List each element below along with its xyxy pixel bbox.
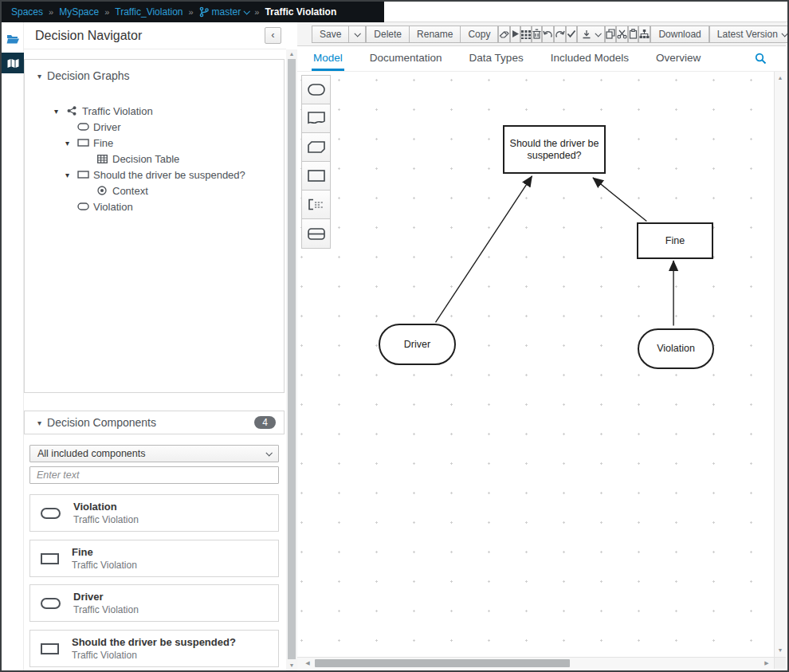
tab-included-models[interactable]: Included Models: [549, 46, 630, 71]
palette-knowledge-source[interactable]: [302, 104, 330, 133]
tree-item-violation[interactable]: ▾ Violation: [25, 198, 284, 214]
palette-business-knowledge-model[interactable]: [302, 133, 330, 162]
tree-item-fine[interactable]: ▾ Fine: [25, 135, 284, 151]
check-icon: [567, 29, 576, 38]
tab-documentation[interactable]: Documentation: [368, 46, 444, 71]
version-select-button[interactable]: Latest Version: [709, 26, 789, 43]
breadcrumb: Spaces » MySpace » Traffic_Violation » m…: [2, 2, 384, 22]
breadcrumb-myspace[interactable]: MySpace: [59, 6, 99, 18]
cut-button[interactable]: [616, 26, 628, 43]
decision-icon: [308, 170, 325, 182]
component-card-driver[interactable]: Driver Traffic Violation: [29, 584, 279, 622]
tree-item-suspended[interactable]: ▾ Should the driver be suspended?: [25, 167, 284, 183]
decision-icon: [41, 643, 59, 654]
breadcrumb-separator: »: [49, 7, 53, 17]
input-data-icon: [41, 508, 61, 519]
save-button[interactable]: Save: [312, 26, 349, 43]
decision-graphs-tree: ▾ Traffic Violation ▾ Driver ▾ Fine Deci…: [25, 103, 284, 214]
input-node-violation[interactable]: Violation: [638, 328, 714, 369]
text-annotation-icon: [308, 198, 325, 210]
rename-button[interactable]: Rename: [410, 26, 461, 43]
decision-graphs-section-toggle[interactable]: ▾ Decision Graphs: [25, 69, 284, 82]
redo-button[interactable]: [554, 26, 566, 43]
decision-navigator-panel: Decision Navigator ‹ ▾ Decision Graphs ▾…: [24, 22, 286, 670]
tab-data-types[interactable]: Data Types: [468, 46, 525, 71]
caret-down-icon[interactable]: ▾: [62, 139, 73, 147]
decision-icon: [77, 171, 89, 179]
decision-node-fine[interactable]: Fine: [637, 222, 713, 259]
delete-button[interactable]: Delete: [366, 26, 410, 43]
breadcrumb-project[interactable]: Traffic_Violation: [115, 6, 183, 18]
tree-item-decision-table[interactable]: Decision Table: [25, 151, 284, 167]
canvas-horizontal-scrollbar[interactable]: ◀ ▶: [297, 657, 774, 669]
tree-item-traffic-violation[interactable]: ▾ Traffic Violation: [25, 103, 284, 119]
palette-decision-service[interactable]: [302, 219, 330, 248]
validate-run-button[interactable]: [510, 26, 520, 43]
search-icon: [755, 53, 767, 65]
tree-item-driver[interactable]: ▾ Driver: [25, 119, 284, 135]
eraser-icon: [499, 29, 509, 39]
decision-components-section-toggle[interactable]: ▾ Decision Components: [37, 416, 156, 429]
export-menu-button[interactable]: [577, 26, 605, 43]
decision-navigator-dock-item[interactable]: [2, 53, 24, 73]
cut-icon: [617, 29, 627, 39]
tab-model[interactable]: Model: [312, 46, 344, 71]
undo-icon: [543, 29, 553, 39]
trash-icon: [532, 29, 541, 39]
palette-text-annotation[interactable]: [302, 191, 330, 219]
palette-input-data[interactable]: [302, 76, 330, 104]
scroll-down-icon[interactable]: ▼: [286, 661, 297, 670]
chevron-down-icon: [781, 30, 787, 37]
save-menu-button[interactable]: [349, 26, 366, 43]
project-explorer-dock-item[interactable]: [2, 29, 24, 49]
scrollbar-thumb[interactable]: [288, 59, 296, 659]
input-data-icon: [77, 202, 89, 210]
dmn-canvas[interactable]: Should the driver be suspended? Fine Dri…: [297, 72, 774, 657]
download-button[interactable]: Download: [650, 26, 709, 43]
tab-overview[interactable]: Overview: [654, 46, 702, 71]
component-card-suspended[interactable]: Should the driver be suspended? Traffic …: [29, 630, 279, 667]
scroll-up-icon[interactable]: ▲: [775, 73, 786, 83]
preview-grid-button[interactable]: [520, 26, 532, 43]
panel-scrollbar[interactable]: ▲ ▼: [286, 49, 297, 670]
clear-canvas-button[interactable]: [498, 26, 510, 43]
perform-automatic-layout-button[interactable]: [638, 26, 650, 43]
paste-button[interactable]: [628, 26, 638, 43]
canvas-vertical-scrollbar[interactable]: ▲ ▼: [774, 72, 786, 657]
search-button[interactable]: [755, 53, 767, 65]
collapse-panel-button[interactable]: ‹: [265, 27, 281, 44]
redo-icon: [555, 29, 565, 39]
scroll-right-icon[interactable]: ▶: [761, 658, 772, 669]
scroll-up-icon[interactable]: ▲: [286, 49, 297, 59]
copy-button[interactable]: Copy: [461, 26, 498, 43]
palette-decision[interactable]: [302, 162, 330, 191]
caret-down-icon: ▾: [37, 72, 41, 81]
play-icon: [511, 29, 520, 38]
component-card-violation[interactable]: Violation Traffic Violation: [29, 494, 279, 532]
tree-item-context[interactable]: Context: [25, 183, 284, 198]
grid-icon: [521, 29, 531, 39]
clone-icon: [606, 29, 615, 39]
caret-down-icon[interactable]: ▾: [62, 171, 73, 179]
decision-navigator-header: Decision Navigator ‹: [24, 22, 286, 49]
component-card-fine[interactable]: Fine Traffic Violation: [29, 540, 279, 577]
scroll-down-icon[interactable]: ▼: [775, 646, 786, 655]
breadcrumb-branch-selector[interactable]: master: [199, 6, 249, 18]
scrollbar-corner: [774, 657, 786, 669]
confirm-button[interactable]: [566, 26, 577, 43]
decision-node-suspended[interactable]: Should the driver be suspended?: [503, 125, 606, 174]
components-search-input[interactable]: [29, 466, 279, 484]
delete-selection-button[interactable]: [532, 26, 542, 43]
components-filter-select[interactable]: All included components: [29, 445, 279, 462]
export-icon: [582, 29, 591, 39]
editor-toolbar: Save Delete Rename Copy: [297, 22, 786, 46]
input-node-driver[interactable]: Driver: [379, 324, 456, 365]
chevron-down-icon: [244, 8, 250, 14]
undo-button[interactable]: [542, 26, 554, 43]
caret-down-icon[interactable]: ▾: [51, 107, 61, 116]
scrollbar-thumb[interactable]: [315, 659, 570, 667]
scroll-left-icon[interactable]: ◀: [302, 658, 313, 669]
copy-selection-button[interactable]: [605, 26, 616, 43]
edge-driver-to-suspended: [436, 176, 532, 322]
breadcrumb-spaces[interactable]: Spaces: [11, 6, 43, 18]
